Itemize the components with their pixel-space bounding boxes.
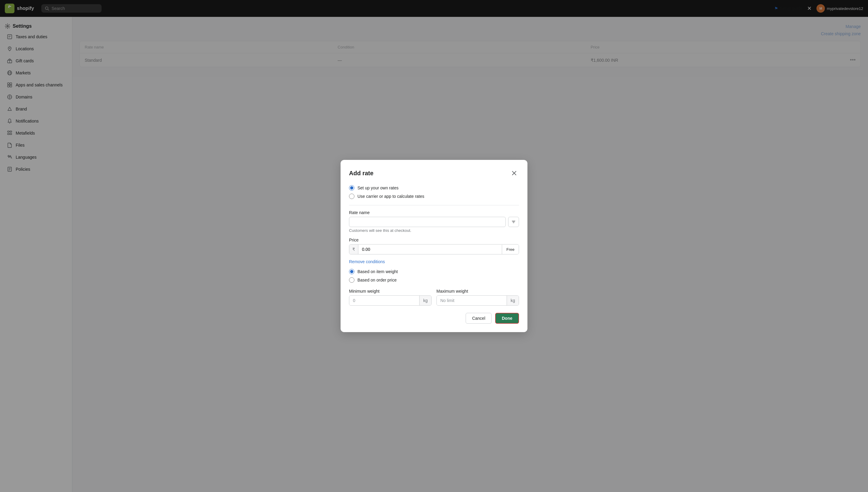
min-weight-label: Minimum weight	[349, 289, 431, 294]
cancel-button[interactable]: Cancel	[466, 313, 492, 324]
max-weight-input-wrap: kg	[437, 295, 519, 305]
radio-by-weight-label: Based on item weight	[357, 269, 398, 274]
radio-by-weight[interactable]: Based on item weight	[349, 269, 519, 274]
radio-carrier-rates-input[interactable]	[349, 194, 354, 199]
modal-title: Add rate	[349, 170, 373, 177]
radio-by-price-label: Based on order price	[357, 278, 397, 282]
radio-own-rates[interactable]: Set up your own rates	[349, 185, 519, 191]
radio-own-rates-input[interactable]	[349, 185, 354, 191]
rate-name-label: Rate name	[349, 210, 519, 215]
rate-name-hint: Customers will see this at checkout.	[349, 228, 519, 233]
price-group: Price ₹ Free	[349, 238, 519, 254]
min-weight-input[interactable]	[349, 296, 419, 305]
radio-by-weight-input[interactable]	[349, 269, 354, 274]
free-button[interactable]: Free	[502, 245, 519, 254]
rate-name-input[interactable]	[349, 217, 506, 227]
rate-name-input-row	[349, 217, 519, 227]
max-weight-label: Maximum weight	[437, 289, 519, 294]
price-input-wrap: ₹ Free	[349, 244, 519, 254]
min-weight-unit: kg	[419, 296, 431, 305]
price-label: Price	[349, 238, 519, 242]
max-weight-unit: kg	[507, 296, 519, 305]
weight-row: Minimum weight kg Maximum weight kg	[349, 289, 519, 305]
radio-by-price-input[interactable]	[349, 277, 354, 283]
done-button[interactable]: Done	[495, 313, 519, 324]
max-weight-input[interactable]	[437, 296, 507, 305]
divider-1	[349, 205, 519, 205]
remove-conditions-button[interactable]: Remove conditions	[349, 259, 385, 264]
modal-overlay: Add rate Set up your own rates Use carri…	[0, 0, 868, 492]
radio-carrier-rates-label: Use carrier or app to calculate rates	[357, 194, 424, 199]
radio-carrier-rates[interactable]: Use carrier or app to calculate rates	[349, 194, 519, 199]
rate-type-group: Set up your own rates Use carrier or app…	[349, 185, 519, 199]
modal-header: Add rate	[349, 168, 519, 178]
min-weight-group: Minimum weight kg	[349, 289, 431, 305]
condition-type-group: Based on item weight Based on order pric…	[349, 269, 519, 283]
rate-name-group: Rate name Customers will see this at che…	[349, 210, 519, 233]
sort-button[interactable]	[508, 217, 519, 227]
radio-own-rates-label: Set up your own rates	[357, 186, 398, 190]
max-weight-group: Maximum weight kg	[437, 289, 519, 305]
radio-by-price[interactable]: Based on order price	[349, 277, 519, 283]
modal-footer: Cancel Done	[349, 313, 519, 324]
price-input[interactable]	[358, 245, 502, 254]
add-rate-modal: Add rate Set up your own rates Use carri…	[341, 160, 527, 332]
modal-close-button[interactable]	[509, 168, 519, 178]
currency-symbol: ₹	[349, 245, 358, 254]
min-weight-input-wrap: kg	[349, 295, 431, 305]
